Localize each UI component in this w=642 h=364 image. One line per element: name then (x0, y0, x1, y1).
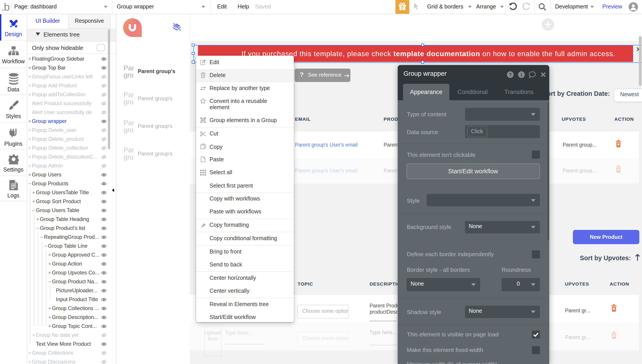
svg-text:?: ? (509, 72, 512, 77)
svg-text:i: i (520, 72, 522, 77)
